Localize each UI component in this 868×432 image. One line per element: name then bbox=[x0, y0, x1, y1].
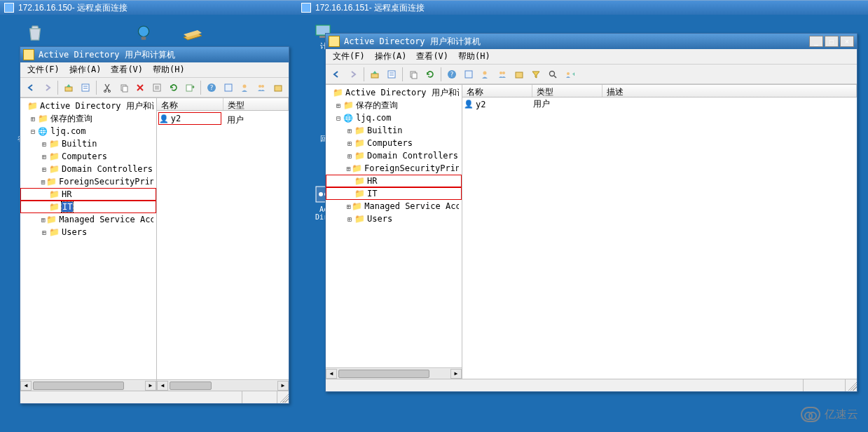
new-ou-button[interactable] bbox=[270, 80, 286, 95]
list-row-user[interactable]: 👤 y2 用户 bbox=[462, 97, 857, 110]
desktop-network[interactable] bbox=[130, 22, 158, 44]
expand-icon[interactable]: ⊞ bbox=[345, 203, 352, 210]
up-button[interactable] bbox=[61, 80, 76, 95]
menu-file[interactable]: 文件(F) bbox=[329, 49, 369, 64]
find-button[interactable] bbox=[461, 67, 476, 82]
cut-button[interactable] bbox=[99, 80, 115, 95]
maximize-button[interactable]: □ bbox=[825, 36, 839, 47]
tree-hr[interactable]: 📁 HR bbox=[20, 188, 156, 201]
tree-root[interactable]: 📁 Active Directory 用户和计算机 bbox=[20, 100, 156, 112]
tree-users[interactable]: ⊞ 📁 Users bbox=[20, 226, 156, 238]
menu-view[interactable]: 查看(V) bbox=[106, 62, 147, 77]
refresh-button[interactable] bbox=[422, 67, 438, 82]
scroll-left-button[interactable]: ◀ bbox=[157, 381, 168, 391]
scroll-track[interactable] bbox=[337, 369, 450, 379]
list-row-user[interactable]: 👤 y2 bbox=[158, 112, 221, 125]
col-name[interactable]: 名称 bbox=[157, 98, 223, 110]
tree-msa[interactable]: ⊞ 📁 Managed Service Accounts bbox=[326, 200, 462, 212]
new-group-button[interactable] bbox=[495, 67, 510, 82]
tree-users[interactable]: ⊞ 📁 Users bbox=[326, 212, 462, 225]
tree-domain-controllers[interactable]: ⊞ 📁 Domain Controllers bbox=[20, 163, 156, 175]
expand-icon[interactable]: ⊞ bbox=[345, 152, 354, 160]
tree-saved-queries[interactable]: ⊞ 📁 保存的查询 bbox=[20, 112, 156, 125]
help-button[interactable]: ? bbox=[444, 67, 460, 82]
search-button[interactable] bbox=[545, 67, 560, 82]
new-user-button[interactable] bbox=[237, 80, 253, 95]
expand-icon[interactable]: ⊞ bbox=[345, 165, 352, 173]
expand-icon[interactable]: ⊞ bbox=[345, 127, 354, 135]
rdc-titlebar-150[interactable]: 172.16.16.150 - 远程桌面连接 bbox=[0, 1, 297, 15]
new-ou-button[interactable] bbox=[511, 67, 527, 82]
expand-icon[interactable]: ⊞ bbox=[40, 140, 48, 148]
help-button[interactable]: ? bbox=[204, 80, 219, 95]
tree-root[interactable]: 📁 Active Directory 用户和计算机 bbox=[326, 86, 462, 99]
tree-fsp[interactable]: ⊞ 📁 ForeignSecurityPrincipals bbox=[326, 162, 462, 175]
scroll-thumb[interactable] bbox=[33, 382, 124, 390]
scroll-right-button[interactable]: ▶ bbox=[277, 381, 289, 391]
nav-back-button[interactable] bbox=[23, 80, 39, 95]
expand-icon[interactable]: ⊞ bbox=[40, 166, 48, 173]
scroll-left-button[interactable]: ◀ bbox=[326, 369, 337, 379]
new-group-button[interactable] bbox=[254, 80, 270, 95]
list-scrollbar[interactable]: ◀ ▶ bbox=[157, 379, 289, 391]
tree-pane[interactable]: 📁 Active Directory 用户和计算机 ⊞ 📁 保存的查询 ⊟ 🌐 … bbox=[20, 98, 157, 391]
list-body[interactable]: 👤 y2 用户 bbox=[462, 97, 857, 379]
scroll-right-button[interactable]: ▶ bbox=[145, 381, 156, 391]
menu-help[interactable]: 帮助(H) bbox=[454, 49, 495, 64]
resize-grip[interactable] bbox=[846, 379, 857, 391]
add-to-group-button[interactable]: + bbox=[562, 67, 577, 82]
scroll-track[interactable] bbox=[168, 381, 277, 391]
tree-computers[interactable]: ⊞ 📁 Computers bbox=[326, 137, 462, 149]
menu-help[interactable]: 帮助(H) bbox=[149, 62, 189, 77]
refresh-button[interactable] bbox=[166, 80, 181, 95]
tree-scrollbar[interactable]: ◀ ▶ bbox=[326, 367, 462, 379]
scroll-thumb[interactable] bbox=[170, 382, 212, 390]
collapse-icon[interactable]: ⊟ bbox=[334, 114, 343, 122]
properties-button[interactable] bbox=[384, 67, 399, 82]
rdc-titlebar-151[interactable]: 172.16.16.151 - 远程桌面连接 bbox=[297, 1, 868, 15]
expand-icon[interactable]: ⊞ bbox=[345, 140, 354, 147]
menu-action[interactable]: 操作(A) bbox=[371, 49, 411, 64]
tree-builtin[interactable]: ⊞ 📁 Builtin bbox=[326, 124, 462, 137]
copy-button[interactable] bbox=[116, 80, 132, 95]
list-body[interactable]: 👤 y2 用户 bbox=[157, 111, 289, 379]
up-button[interactable] bbox=[367, 67, 383, 82]
tree-it[interactable]: 📁 IT bbox=[326, 187, 462, 200]
expand-icon[interactable]: ⊞ bbox=[345, 215, 354, 223]
scroll-track[interactable] bbox=[32, 381, 145, 391]
expand-icon[interactable]: ⊞ bbox=[40, 216, 46, 224]
scroll-right-button[interactable]: ▶ bbox=[450, 369, 462, 379]
filter-button[interactable] bbox=[528, 67, 544, 82]
col-type[interactable]: 类型 bbox=[532, 85, 602, 97]
scroll-thumb[interactable] bbox=[338, 370, 429, 378]
tree-builtin[interactable]: ⊞ 📁 Builtin bbox=[20, 137, 156, 150]
col-type[interactable]: 类型 bbox=[223, 98, 289, 110]
new-user-button[interactable] bbox=[478, 67, 493, 82]
expand-icon[interactable]: ⊞ bbox=[40, 229, 48, 236]
scroll-left-button[interactable]: ◀ bbox=[20, 381, 32, 391]
find-button[interactable] bbox=[221, 80, 236, 95]
nav-back-button[interactable] bbox=[329, 67, 344, 82]
close-button[interactable]: × bbox=[840, 36, 854, 47]
tree-saved-queries[interactable]: ⊞ 📁 保存的查询 bbox=[326, 99, 462, 112]
delete-button[interactable] bbox=[132, 80, 148, 95]
tree-domain[interactable]: ⊟ 🌐 ljq.com bbox=[20, 125, 156, 137]
nav-forward-button[interactable] bbox=[40, 80, 55, 95]
menu-view[interactable]: 查看(V) bbox=[412, 49, 453, 64]
tree-domain[interactable]: ⊟ 🌐 ljq.com bbox=[326, 112, 462, 124]
tree-domain-controllers[interactable]: ⊞ 📁 Domain Controllers bbox=[326, 149, 462, 162]
ad-titlebar[interactable]: Active Directory 用户和计算机 _ □ × bbox=[326, 34, 857, 49]
collapse-icon[interactable]: ⊟ bbox=[29, 128, 37, 135]
minimize-button[interactable]: _ bbox=[809, 36, 823, 47]
ad-titlebar[interactable]: Active Directory 用户和计算机 bbox=[20, 47, 289, 62]
expand-icon[interactable]: ⊞ bbox=[40, 178, 46, 186]
copy-button[interactable] bbox=[406, 67, 421, 82]
expand-icon[interactable]: ⊞ bbox=[29, 115, 37, 123]
col-name[interactable]: 名称 bbox=[462, 85, 532, 97]
tree-msa[interactable]: ⊞ 📁 Managed Service Accounts bbox=[20, 213, 156, 226]
properties-button[interactable] bbox=[78, 80, 93, 95]
tree-hr[interactable]: 📁 HR bbox=[326, 175, 462, 187]
nav-forward-button[interactable] bbox=[345, 67, 361, 82]
tree-computers[interactable]: ⊞ 📁 Computers bbox=[20, 150, 156, 163]
col-desc[interactable]: 描述 bbox=[602, 85, 857, 97]
